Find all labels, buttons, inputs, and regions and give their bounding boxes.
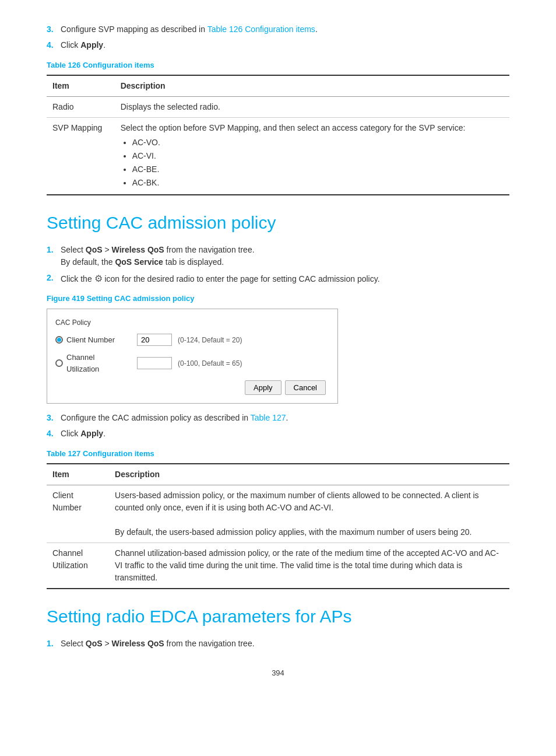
section1-step-2: 2. Click the ⚙ icon for the desired radi… xyxy=(47,272,509,286)
table126-row2-desc-text: Select the option before SVP Mapping, an… xyxy=(121,123,466,132)
table126-row2-desc: Select the option before SVP Mapping, an… xyxy=(115,117,509,195)
gear-icon: ⚙ xyxy=(94,272,103,286)
list-item: AC-VO. xyxy=(132,136,504,149)
section1-step-text-2: Click the ⚙ icon for the desired radio t… xyxy=(61,272,509,286)
table-row: Channel Utilization Channel utilization-… xyxy=(47,542,509,589)
table127-header-item: Item xyxy=(47,464,109,485)
client-number-row: Client Number (0-124, Default = 20) xyxy=(55,334,326,346)
cancel-button[interactable]: Cancel xyxy=(285,380,326,395)
table127-row1-item: Client Number xyxy=(47,485,109,542)
qos-bold-1: QoS xyxy=(86,245,103,254)
step-num-4-middle: 4. xyxy=(47,428,61,440)
apply-bold-middle: Apply xyxy=(80,429,103,438)
table126-row1-desc: Displays the selected radio. xyxy=(115,96,509,117)
table126-title: Table 126 Configuration items xyxy=(47,60,509,71)
wireless-qos-bold-1: Wireless QoS xyxy=(112,245,164,254)
table-126: Item Description Radio Displays the sele… xyxy=(47,75,509,195)
table127-header-description: Description xyxy=(109,464,509,485)
client-number-hint: (0-124, Default = 20) xyxy=(178,335,242,345)
middle-steps-list: 3. Configure the CAC admission policy as… xyxy=(47,412,509,440)
step-3-top: 3. Configure SVP mapping as described in… xyxy=(47,23,509,36)
channel-util-input[interactable] xyxy=(137,357,172,369)
step-text-3-middle: Configure the CAC admission policy as de… xyxy=(61,412,509,424)
section2-steps-list: 1. Select QoS > Wireless QoS from the na… xyxy=(47,638,509,650)
channel-util-hint: (0-100, Default = 65) xyxy=(178,358,242,369)
table127-link[interactable]: Table 127 xyxy=(251,413,286,422)
apply-bold-top: Apply xyxy=(80,40,103,50)
step-num-3-top: 3. xyxy=(47,23,61,36)
table-row: SVP Mapping Select the option before SVP… xyxy=(47,117,509,195)
table127-row2-item: Channel Utilization xyxy=(47,542,109,589)
step-3-middle: 3. Configure the CAC admission policy as… xyxy=(47,412,509,424)
section1-step-num-1: 1. xyxy=(47,244,61,268)
cac-policy-title: CAC Policy xyxy=(55,317,326,328)
section1-step-1: 1. Select QoS > Wireless QoS from the na… xyxy=(47,244,509,268)
step-text-4-middle: Click Apply. xyxy=(61,428,509,440)
table127-title: Table 127 Configuration items xyxy=(47,448,509,460)
table127-row2-desc: Channel utilization-based admission poli… xyxy=(109,542,509,589)
table-row: Radio Displays the selected radio. xyxy=(47,96,509,117)
client-number-label-text: Client Number xyxy=(66,334,115,346)
apply-button[interactable]: Apply xyxy=(245,380,281,395)
channel-util-label-text: ChannelUtilization xyxy=(66,352,99,374)
client-number-input[interactable] xyxy=(137,334,172,346)
step-num-3-middle: 3. xyxy=(47,412,61,424)
table-127: Item Description Client Number Users-bas… xyxy=(47,463,509,589)
table126-row2-item: SVP Mapping xyxy=(47,117,115,195)
client-number-radio-circle[interactable] xyxy=(55,336,63,344)
qos-service-bold: QoS Service xyxy=(115,257,163,267)
step-4-middle: 4. Click Apply. xyxy=(47,428,509,440)
table126-link[interactable]: Table 126 Configuration items xyxy=(207,24,315,34)
cac-policy-box: CAC Policy Client Number (0-124, Default… xyxy=(47,309,338,404)
table127-row1-desc-text2: By default, the users-based admission po… xyxy=(115,526,504,538)
section2-heading: Setting radio EDCA parameters for APs xyxy=(47,603,509,629)
section1-step-num-2: 2. xyxy=(47,272,61,286)
figure419-title: Figure 419 Setting CAC admission policy xyxy=(47,293,509,304)
list-item: AC-VI. xyxy=(132,150,504,162)
channel-util-radio-label[interactable]: ChannelUtilization xyxy=(55,352,137,374)
step-text-3-top: Configure SVP mapping as described in Ta… xyxy=(61,23,509,36)
wireless-qos-bold-2: Wireless QoS xyxy=(112,639,164,648)
section2-step-text-1: Select QoS > Wireless QoS from the navig… xyxy=(61,638,509,650)
cac-buttons: Apply Cancel xyxy=(55,380,326,395)
list-item: AC-BE. xyxy=(132,163,504,176)
qos-bold-2: QoS xyxy=(86,639,103,648)
section1-heading: Setting CAC admission policy xyxy=(47,209,509,236)
step-num-4-top: 4. xyxy=(47,39,61,51)
section2-step-num-1: 1. xyxy=(47,638,61,650)
top-steps-list: 3. Configure SVP mapping as described in… xyxy=(47,23,509,51)
section1-steps-list: 1. Select QoS > Wireless QoS from the na… xyxy=(47,244,509,286)
table126-header-item: Item xyxy=(47,75,115,97)
table-row: Client Number Users-based admission poli… xyxy=(47,485,509,542)
table127-row1-desc: Users-based admission policy, or the max… xyxy=(109,485,509,542)
table126-header-description: Description xyxy=(115,75,509,97)
channel-util-radio-circle[interactable] xyxy=(55,359,63,367)
list-item: AC-BK. xyxy=(132,177,504,189)
table126-row2-bullets: AC-VO. AC-VI. AC-BE. AC-BK. xyxy=(132,136,504,189)
page-number: 394 xyxy=(47,667,509,679)
channel-util-row: ChannelUtilization (0-100, Default = 65) xyxy=(55,352,326,374)
table126-row1-item: Radio xyxy=(47,96,115,117)
section1-step-text-1: Select QoS > Wireless QoS from the navig… xyxy=(61,244,509,268)
section2-step-1: 1. Select QoS > Wireless QoS from the na… xyxy=(47,638,509,650)
step-text-4-top: Click Apply. xyxy=(61,39,509,51)
step-4-top: 4. Click Apply. xyxy=(47,39,509,51)
client-number-radio-label[interactable]: Client Number xyxy=(55,334,137,346)
table127-row1-desc-text1: Users-based admission policy, or the max… xyxy=(115,489,504,514)
